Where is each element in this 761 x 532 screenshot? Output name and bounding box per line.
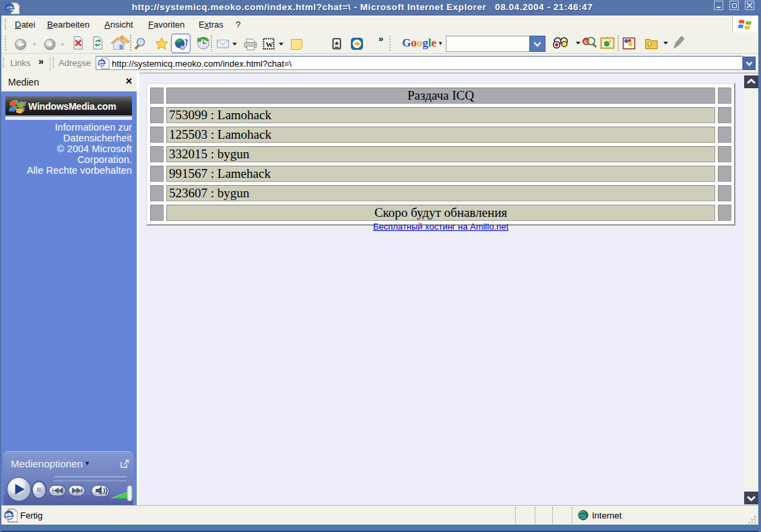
svg-text:W: W <box>266 40 273 48</box>
svg-text:»: » <box>378 34 383 44</box>
